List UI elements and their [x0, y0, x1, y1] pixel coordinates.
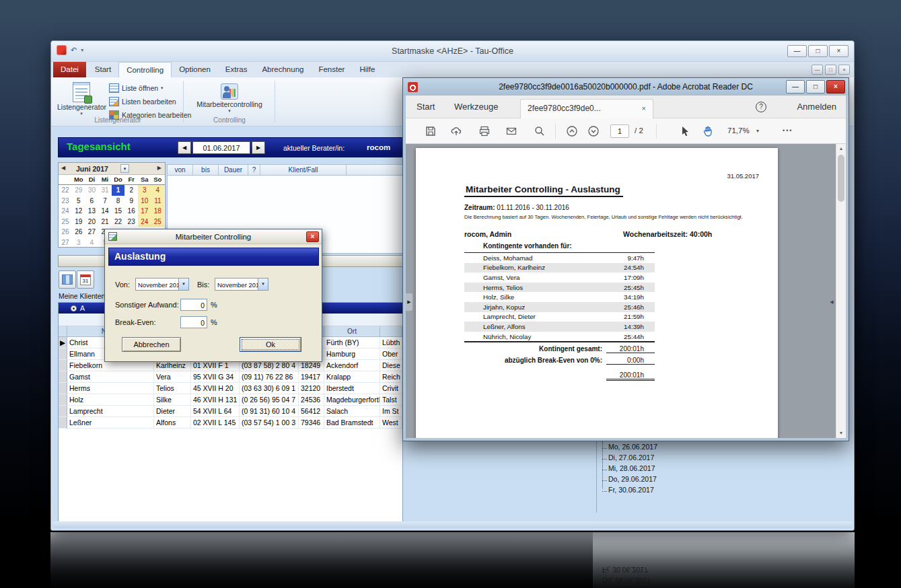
clients-column-header[interactable] [59, 326, 67, 337]
more-tools-icon[interactable]: ••• [783, 127, 793, 134]
print-icon[interactable] [478, 125, 491, 137]
calendar-day[interactable]: 14 [98, 206, 112, 217]
calendar-day[interactable]: 22 [112, 217, 125, 227]
save-icon[interactable] [425, 125, 437, 137]
row-selector[interactable]: ▶ [59, 337, 67, 348]
ribbon-tab[interactable]: Abrechnung [254, 62, 311, 77]
row-selector[interactable] [59, 360, 67, 371]
ok-button[interactable]: Ok [240, 337, 301, 352]
calendar-day[interactable]: 27 [85, 227, 99, 237]
client-row[interactable]: Holz Silke 46 XVII H 131 (0 26 56) 95 04… [59, 394, 402, 406]
calendar-day[interactable]: 26 [59, 227, 72, 237]
ribbon-tab[interactable]: Fenster [311, 62, 352, 77]
document-tab[interactable]: 2fee9780cc3f9de0... × [520, 99, 653, 118]
tree-date-item[interactable]: Di, 27.06.2017 [608, 453, 657, 464]
calendar-month-label[interactable]: Juni 2017 [76, 165, 108, 173]
radio-icon[interactable] [71, 305, 77, 311]
acrobat-titlebar[interactable]: 2fee9780cc3f9de0016a50020b000000.pdf - A… [403, 78, 849, 96]
tab-start[interactable]: Start [417, 96, 435, 118]
calendar-day[interactable]: 3 [72, 237, 85, 248]
tree-date-item[interactable]: Mi, 28.06.2017 [608, 464, 657, 475]
calendar-day[interactable]: 10 [138, 196, 151, 207]
chevron-down-icon[interactable]: ▼ [258, 279, 268, 290]
date-field[interactable]: 01.06.2017 [192, 141, 250, 154]
calendar-31-button[interactable]: 31 [77, 270, 94, 289]
calendar-day[interactable]: 19 [72, 217, 85, 227]
client-row[interactable]: Herms Telios 45 XVII H 20 (03 63 30) 6 0… [59, 383, 402, 394]
chevron-down-icon[interactable]: ▼ [178, 279, 188, 290]
calendar-day[interactable]: 22 [59, 185, 72, 196]
client-row[interactable]: Leßner Alfons 02 XVII L 145 (03 57 54) 1… [59, 417, 402, 429]
clients-column-header[interactable] [380, 326, 402, 337]
client-row[interactable]: Gamst Vera 95 XVII G 34 (09 11) 76 22 86… [59, 371, 402, 383]
anmelden-button[interactable]: Anmelden [797, 96, 836, 118]
schedule-column-header[interactable]: von [168, 165, 193, 175]
cancel-button[interactable]: Abbrechen [122, 337, 181, 352]
page-up-icon[interactable] [566, 125, 578, 137]
tree-date-item[interactable]: Do, 29.06.2017 [608, 475, 657, 486]
mdi-minimize-icon[interactable]: — [812, 65, 823, 75]
von-select[interactable]: November 2016 ▼ [135, 278, 189, 291]
calendar-day[interactable]: 25 [151, 217, 165, 227]
calendar-day[interactable]: 17 [138, 206, 151, 217]
email-icon[interactable] [505, 125, 517, 137]
maximize-button[interactable]: □ [808, 45, 828, 57]
scrollbar-thumb[interactable] [838, 155, 844, 202]
zoom-level[interactable]: 71,7% [727, 126, 750, 135]
tree-date-item[interactable]: Fr, 30.06.2017 [608, 486, 657, 497]
calendar-day[interactable]: 9 [124, 196, 138, 207]
next-day-button[interactable]: ▶ [252, 141, 265, 154]
calendar-day[interactable]: 8 [112, 196, 125, 207]
mdi-close-icon[interactable]: × [838, 65, 850, 75]
calendar-day[interactable]: 26 [72, 227, 85, 237]
hand-tool-icon[interactable] [702, 125, 714, 137]
schedule-column-header[interactable]: Dauer [219, 165, 248, 175]
calendar-day[interactable]: 2 [124, 185, 138, 196]
schedule-column-header[interactable]: bis [193, 165, 219, 175]
calendar-prev-icon[interactable]: ◀ [61, 165, 65, 171]
ribbon-tab[interactable]: Optionen [172, 62, 218, 77]
listengenerator-button[interactable]: Listengenerator ▾ [57, 79, 106, 117]
calendar-day[interactable]: 31 [98, 185, 112, 196]
row-selector[interactable] [59, 383, 67, 394]
calendar-next-icon[interactable]: ▶ [157, 165, 161, 171]
ribbon-tab[interactable]: Controlling [118, 62, 172, 77]
vertical-scrollbar[interactable]: ▲ ▼ [836, 144, 846, 438]
ribbon-small-button[interactable]: Listen bearbeiten [109, 96, 194, 107]
calendar-day[interactable]: 25 [59, 217, 72, 227]
calendar-day[interactable]: 12 [72, 206, 85, 217]
schedule-column-header[interactable]: Klient/Fall [260, 165, 347, 175]
tree-date-item[interactable]: Mo, 26.06.2017 [608, 443, 657, 453]
scroll-down-icon[interactable]: ▼ [836, 429, 846, 438]
calendar-day[interactable]: 11 [151, 196, 165, 207]
close-button[interactable]: × [826, 80, 845, 94]
schedule-column-header[interactable]: ? [248, 165, 260, 175]
calendar-day[interactable]: 23 [124, 217, 138, 227]
ribbon-tab[interactable]: Start [87, 62, 118, 77]
calendar-day[interactable]: 5 [72, 196, 85, 207]
calendar-day[interactable]: 24 [138, 217, 151, 227]
row-selector[interactable] [59, 348, 67, 360]
ribbon-tab[interactable]: Extras [218, 62, 255, 77]
mdi-restore-icon[interactable]: □ [825, 65, 836, 75]
select-tool-icon[interactable] [679, 125, 691, 137]
calendar-day[interactable]: 29 [72, 185, 85, 196]
zoom-dropdown-icon[interactable]: ▾ [756, 128, 759, 134]
left-pane-toggle[interactable]: ▶ [406, 293, 412, 311]
tab-close-icon[interactable]: × [642, 100, 646, 118]
calendar-day[interactable]: 15 [112, 206, 125, 217]
aufwand-input[interactable]: 0 [180, 299, 207, 311]
calendar-day[interactable]: 16 [124, 206, 138, 217]
titlebar[interactable]: ↶ ▾ Startmaske <AHzE> - Tau-Office — □ × [51, 41, 854, 62]
calendar-month-dropdown-icon[interactable]: ▾ [120, 164, 129, 173]
minimize-button[interactable]: — [786, 80, 805, 94]
close-button[interactable]: × [829, 45, 849, 57]
ribbon-tab[interactable]: Hilfe [352, 62, 382, 77]
scroll-up-icon[interactable]: ▲ [836, 144, 846, 153]
clients-column-header[interactable]: Ort [324, 326, 380, 337]
row-selector[interactable] [59, 406, 67, 417]
right-pane-toggle[interactable]: ◀ [828, 293, 835, 311]
calendar-day[interactable]: 18 [151, 206, 165, 217]
calendar-day[interactable]: 23 [59, 196, 72, 207]
maximize-button[interactable]: □ [806, 80, 825, 94]
